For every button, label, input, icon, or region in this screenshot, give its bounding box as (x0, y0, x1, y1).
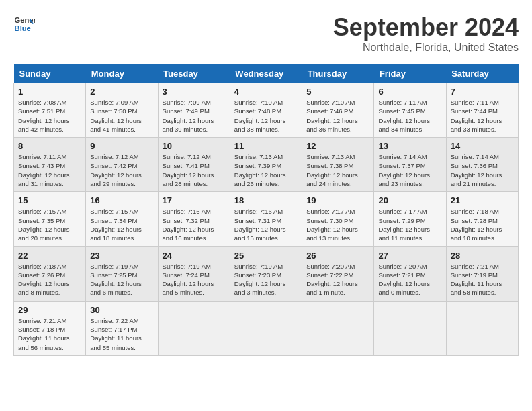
day-number: 20 (378, 195, 441, 205)
day-number: 21 (451, 195, 514, 205)
empty-cell (374, 301, 446, 355)
col-sunday: Sunday (14, 64, 86, 83)
calendar-day-26: 26 Sunrise: 7:20 AM Sunset: 7:22 PM Dayl… (302, 246, 374, 301)
day-number: 3 (163, 87, 226, 97)
day-number: 28 (451, 250, 514, 261)
calendar-day-7: 7 Sunrise: 7:11 AM Sunset: 7:44 PM Dayli… (446, 83, 518, 138)
col-wednesday: Wednesday (230, 64, 302, 83)
day-number: 16 (90, 195, 153, 205)
day-number: 1 (18, 87, 81, 97)
day-number: 4 (234, 87, 298, 97)
calendar-day-27: 27 Sunrise: 7:20 AM Sunset: 7:21 PM Dayl… (374, 246, 446, 301)
cell-info: Sunrise: 7:14 AM Sunset: 7:37 PM Dayligh… (378, 152, 441, 188)
day-number: 25 (234, 250, 298, 261)
cell-info: Sunrise: 7:12 AM Sunset: 7:41 PM Dayligh… (163, 152, 226, 188)
calendar-day-25: 25 Sunrise: 7:19 AM Sunset: 7:23 PM Dayl… (230, 246, 302, 301)
calendar-table: Sunday Monday Tuesday Wednesday Thursday… (13, 64, 519, 356)
day-number: 22 (18, 250, 81, 261)
calendar-day-19: 19 Sunrise: 7:17 AM Sunset: 7:30 PM Dayl… (302, 192, 374, 246)
logo: General Blue (13, 13, 35, 35)
cell-info: Sunrise: 7:15 AM Sunset: 7:35 PM Dayligh… (18, 207, 81, 242)
cell-info: Sunrise: 7:08 AM Sunset: 7:51 PM Dayligh… (18, 98, 81, 134)
col-tuesday: Tuesday (158, 64, 230, 83)
calendar-day-12: 12 Sunrise: 7:13 AM Sunset: 7:38 PM Dayl… (302, 138, 374, 192)
day-number: 5 (306, 87, 369, 97)
calendar-day-11: 11 Sunrise: 7:13 AM Sunset: 7:39 PM Dayl… (230, 138, 302, 192)
cell-info: Sunrise: 7:19 AM Sunset: 7:24 PM Dayligh… (163, 262, 226, 298)
calendar-week-4: 22 Sunrise: 7:18 AM Sunset: 7:26 PM Dayl… (14, 246, 519, 301)
calendar-day-20: 20 Sunrise: 7:17 AM Sunset: 7:29 PM Dayl… (374, 192, 446, 246)
cell-info: Sunrise: 7:11 AM Sunset: 7:44 PM Dayligh… (451, 98, 514, 134)
cell-info: Sunrise: 7:22 AM Sunset: 7:17 PM Dayligh… (90, 316, 153, 352)
calendar-day-16: 16 Sunrise: 7:15 AM Sunset: 7:34 PM Dayl… (86, 192, 158, 246)
cell-info: Sunrise: 7:15 AM Sunset: 7:34 PM Dayligh… (90, 207, 153, 242)
svg-text:Blue: Blue (15, 24, 31, 32)
calendar-day-10: 10 Sunrise: 7:12 AM Sunset: 7:41 PM Dayl… (158, 138, 230, 192)
calendar-day-15: 15 Sunrise: 7:15 AM Sunset: 7:35 PM Dayl… (14, 192, 86, 246)
cell-info: Sunrise: 7:20 AM Sunset: 7:22 PM Dayligh… (306, 262, 369, 298)
calendar-day-3: 3 Sunrise: 7:09 AM Sunset: 7:49 PM Dayli… (158, 83, 230, 138)
col-saturday: Saturday (446, 64, 518, 83)
cell-info: Sunrise: 7:12 AM Sunset: 7:42 PM Dayligh… (90, 152, 153, 188)
day-number: 10 (163, 141, 226, 151)
cell-info: Sunrise: 7:21 AM Sunset: 7:18 PM Dayligh… (18, 316, 81, 352)
calendar-body: 1 Sunrise: 7:08 AM Sunset: 7:51 PM Dayli… (14, 83, 519, 356)
cell-info: Sunrise: 7:10 AM Sunset: 7:48 PM Dayligh… (234, 98, 298, 134)
calendar-day-28: 28 Sunrise: 7:21 AM Sunset: 7:19 PM Dayl… (446, 246, 518, 301)
calendar-week-3: 15 Sunrise: 7:15 AM Sunset: 7:35 PM Dayl… (14, 192, 519, 246)
day-number: 29 (18, 305, 81, 315)
day-number: 19 (306, 195, 369, 205)
calendar-day-21: 21 Sunrise: 7:18 AM Sunset: 7:28 PM Dayl… (446, 192, 518, 246)
day-number: 12 (306, 141, 369, 151)
svg-text:General: General (15, 16, 35, 24)
empty-cell (302, 301, 374, 355)
cell-info: Sunrise: 7:09 AM Sunset: 7:50 PM Dayligh… (90, 98, 153, 134)
cell-info: Sunrise: 7:13 AM Sunset: 7:39 PM Dayligh… (234, 152, 298, 188)
day-number: 7 (451, 87, 514, 97)
calendar-day-18: 18 Sunrise: 7:16 AM Sunset: 7:31 PM Dayl… (230, 192, 302, 246)
calendar-day-4: 4 Sunrise: 7:10 AM Sunset: 7:48 PM Dayli… (230, 83, 302, 138)
page-header: General Blue September 2024 Northdale, F… (13, 13, 519, 54)
col-friday: Friday (374, 64, 446, 83)
day-number: 14 (451, 141, 514, 151)
header-row: Sunday Monday Tuesday Wednesday Thursday… (14, 64, 519, 83)
cell-info: Sunrise: 7:09 AM Sunset: 7:49 PM Dayligh… (163, 98, 226, 134)
cell-info: Sunrise: 7:18 AM Sunset: 7:28 PM Dayligh… (451, 207, 514, 242)
cell-info: Sunrise: 7:11 AM Sunset: 7:45 PM Dayligh… (378, 98, 441, 134)
logo-icon: General Blue (13, 13, 35, 35)
day-number: 23 (90, 250, 153, 261)
day-number: 30 (90, 305, 153, 315)
cell-info: Sunrise: 7:14 AM Sunset: 7:36 PM Dayligh… (451, 152, 514, 188)
cell-info: Sunrise: 7:11 AM Sunset: 7:43 PM Dayligh… (18, 152, 81, 188)
month-title: September 2024 (333, 13, 519, 42)
calendar-day-8: 8 Sunrise: 7:11 AM Sunset: 7:43 PM Dayli… (14, 138, 86, 192)
day-number: 11 (234, 141, 298, 151)
day-number: 8 (18, 141, 81, 151)
calendar-day-30: 30 Sunrise: 7:22 AM Sunset: 7:17 PM Dayl… (86, 301, 158, 355)
day-number: 18 (234, 195, 298, 205)
cell-info: Sunrise: 7:16 AM Sunset: 7:31 PM Dayligh… (234, 207, 298, 242)
day-number: 9 (90, 141, 153, 151)
cell-info: Sunrise: 7:20 AM Sunset: 7:21 PM Dayligh… (378, 262, 441, 298)
day-number: 26 (306, 250, 369, 261)
col-thursday: Thursday (302, 64, 374, 83)
calendar-day-13: 13 Sunrise: 7:14 AM Sunset: 7:37 PM Dayl… (374, 138, 446, 192)
calendar-day-24: 24 Sunrise: 7:19 AM Sunset: 7:24 PM Dayl… (158, 246, 230, 301)
day-number: 2 (90, 87, 153, 97)
day-number: 6 (378, 87, 441, 97)
day-number: 15 (18, 195, 81, 205)
calendar-day-23: 23 Sunrise: 7:19 AM Sunset: 7:25 PM Dayl… (86, 246, 158, 301)
calendar-day-9: 9 Sunrise: 7:12 AM Sunset: 7:42 PM Dayli… (86, 138, 158, 192)
empty-cell (158, 301, 230, 355)
calendar-week-1: 1 Sunrise: 7:08 AM Sunset: 7:51 PM Dayli… (14, 83, 519, 138)
cell-info: Sunrise: 7:19 AM Sunset: 7:23 PM Dayligh… (234, 262, 298, 298)
calendar-week-5: 29 Sunrise: 7:21 AM Sunset: 7:18 PM Dayl… (14, 301, 519, 355)
cell-info: Sunrise: 7:10 AM Sunset: 7:46 PM Dayligh… (306, 98, 369, 134)
calendar-day-5: 5 Sunrise: 7:10 AM Sunset: 7:46 PM Dayli… (302, 83, 374, 138)
cell-info: Sunrise: 7:17 AM Sunset: 7:30 PM Dayligh… (306, 207, 369, 242)
calendar-week-2: 8 Sunrise: 7:11 AM Sunset: 7:43 PM Dayli… (14, 138, 519, 192)
calendar-day-22: 22 Sunrise: 7:18 AM Sunset: 7:26 PM Dayl… (14, 246, 86, 301)
title-area: September 2024 Northdale, Florida, Unite… (333, 13, 519, 54)
calendar-day-17: 17 Sunrise: 7:16 AM Sunset: 7:32 PM Dayl… (158, 192, 230, 246)
cell-info: Sunrise: 7:13 AM Sunset: 7:38 PM Dayligh… (306, 152, 369, 188)
